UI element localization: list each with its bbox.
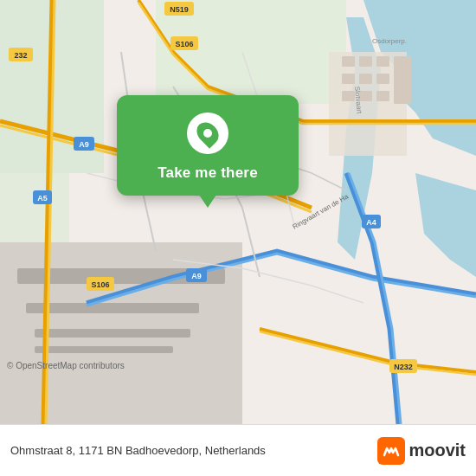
- bottom-bar: Ohmstraat 8, 1171 BN Badhoevedorp, Nethe…: [0, 424, 476, 476]
- map-container: N519 232 A9 A5 S106 S106 A9 A4 N232: [0, 0, 476, 424]
- svg-rect-37: [394, 56, 411, 104]
- svg-text:N519: N519: [170, 5, 189, 14]
- svg-rect-36: [376, 91, 389, 101]
- svg-text:S106: S106: [175, 40, 193, 48]
- svg-rect-28: [342, 56, 355, 67]
- take-me-there-button[interactable]: Take me there: [158, 164, 258, 182]
- location-pin-icon: [192, 118, 222, 148]
- location-pin-inner: [192, 118, 206, 132]
- svg-text:Osdorperp.: Osdorperp.: [372, 37, 407, 45]
- svg-text:S106: S106: [91, 280, 109, 289]
- svg-rect-34: [342, 91, 355, 101]
- svg-rect-5: [26, 303, 199, 313]
- svg-rect-7: [35, 346, 173, 353]
- address-text: Ohmstraat 8, 1171 BN Badhoevedorp, Nethe…: [10, 444, 377, 457]
- svg-text:A5: A5: [37, 194, 48, 203]
- svg-rect-30: [376, 56, 389, 67]
- svg-text:A9: A9: [191, 272, 202, 280]
- moovit-logo[interactable]: moovit: [377, 437, 466, 465]
- svg-rect-6: [35, 329, 190, 338]
- svg-text:232: 232: [14, 51, 27, 60]
- svg-text:N232: N232: [394, 363, 413, 371]
- svg-text:A4: A4: [366, 218, 376, 227]
- location-icon-circle: [187, 113, 228, 154]
- moovit-icon: [377, 437, 405, 465]
- moovit-name: moovit: [408, 441, 466, 460]
- svg-rect-33: [376, 74, 389, 84]
- svg-rect-32: [359, 74, 372, 84]
- popup-card[interactable]: Take me there: [117, 95, 299, 196]
- svg-rect-31: [342, 74, 355, 84]
- svg-text:A9: A9: [79, 140, 89, 149]
- copyright-text: © OpenStreetMap contributors: [7, 361, 125, 370]
- svg-rect-29: [359, 56, 372, 67]
